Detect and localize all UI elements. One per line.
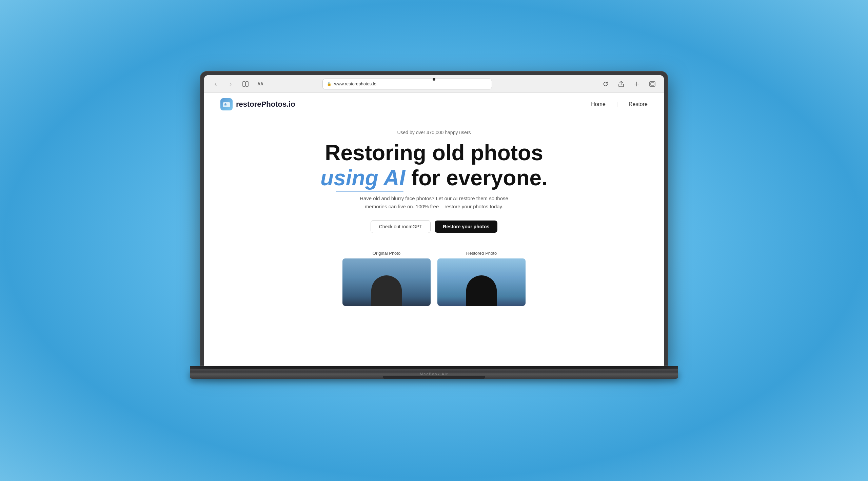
restored-label: Restored Photo bbox=[466, 251, 497, 256]
restore-photos-button[interactable]: Restore your photos bbox=[435, 221, 497, 233]
site-nav: restorePhotos.io Home | Restore bbox=[204, 93, 664, 116]
back-button[interactable]: ‹ bbox=[211, 79, 220, 89]
camera-dot bbox=[433, 78, 435, 81]
font-icon: AA bbox=[257, 82, 263, 86]
hero-subtitle: Have old and blurry face photos? Let our… bbox=[359, 194, 509, 211]
logo-icon bbox=[220, 98, 233, 110]
screen-bezel: ‹ › AA bbox=[204, 75, 664, 366]
hero-title: Restoring old photos using AI for everyo… bbox=[298, 141, 570, 190]
font-size-button[interactable]: AA bbox=[256, 79, 265, 89]
new-tab-button[interactable] bbox=[632, 79, 642, 89]
url-text: www.restorephotos.io bbox=[334, 81, 376, 86]
tabs-overview-button[interactable] bbox=[648, 79, 657, 89]
lock-icon: 🔒 bbox=[327, 82, 332, 86]
svg-rect-0 bbox=[243, 82, 245, 86]
laptop-hinge bbox=[190, 366, 678, 369]
original-photo bbox=[342, 258, 431, 306]
laptop-base: MacBook Air bbox=[190, 369, 678, 379]
chevron-left-icon: ‹ bbox=[215, 80, 217, 88]
chevron-right-icon: › bbox=[230, 80, 232, 88]
url-bar[interactable]: 🔒 www.restorephotos.io bbox=[322, 79, 492, 89]
website: restorePhotos.io Home | Restore Used by … bbox=[204, 93, 664, 366]
photo-comparison: Original Photo Restored Photo bbox=[204, 251, 664, 306]
check-roomgpt-button[interactable]: Check out roomGPT bbox=[371, 220, 431, 233]
laptop-screen: ‹ › AA bbox=[200, 71, 668, 366]
hero-title-highlight: using AI bbox=[320, 166, 405, 191]
restored-photo-column: Restored Photo bbox=[437, 251, 526, 306]
reload-button[interactable] bbox=[601, 79, 610, 89]
svg-rect-6 bbox=[651, 83, 654, 85]
nav-divider: | bbox=[616, 101, 618, 107]
person-silhouette-restored bbox=[466, 275, 497, 306]
laptop-brand-label: MacBook Air bbox=[420, 372, 448, 376]
hero-title-suffix: for everyone. bbox=[411, 166, 548, 190]
share-button[interactable] bbox=[616, 79, 626, 89]
logo-text: restorePhotos.io bbox=[236, 100, 295, 109]
nav-restore[interactable]: Restore bbox=[629, 101, 648, 107]
hero-badge: Used by over 470,000 happy users bbox=[298, 130, 570, 135]
original-photo-column: Original Photo bbox=[342, 251, 431, 306]
site-logo: restorePhotos.io bbox=[220, 98, 295, 110]
svg-rect-1 bbox=[246, 82, 248, 86]
hero-title-line1: Restoring old photos bbox=[325, 141, 543, 165]
forward-button[interactable]: › bbox=[226, 79, 235, 89]
restored-photo bbox=[437, 258, 526, 306]
nav-home[interactable]: Home bbox=[591, 101, 606, 107]
hero-buttons: Check out roomGPT Restore your photos bbox=[298, 220, 570, 233]
laptop-wrapper: ‹ › AA bbox=[190, 71, 678, 410]
nav-links: Home | Restore bbox=[591, 101, 648, 107]
browser-right-icons bbox=[601, 79, 657, 89]
svg-rect-7 bbox=[223, 102, 230, 107]
original-label: Original Photo bbox=[373, 251, 400, 256]
browser-window: ‹ › AA bbox=[204, 75, 664, 366]
reader-icon[interactable] bbox=[241, 79, 250, 89]
person-silhouette-original bbox=[371, 275, 402, 306]
hero-section: Used by over 470,000 happy users Restori… bbox=[281, 116, 587, 251]
